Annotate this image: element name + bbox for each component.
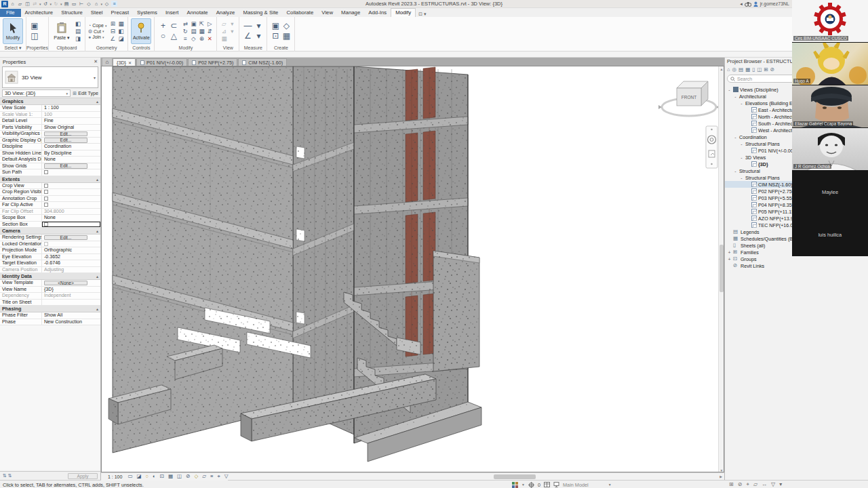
modify-tool-icon[interactable]: ◪ bbox=[117, 35, 125, 43]
browser-edit-icon[interactable]: ◫ bbox=[757, 66, 762, 73]
section-header-camera[interactable]: Camera▴ bbox=[0, 228, 100, 235]
section-box-value[interactable] bbox=[42, 222, 100, 228]
shadows-icon[interactable]: ○ bbox=[146, 473, 149, 480]
redo-icon[interactable]: ↻ bbox=[53, 1, 59, 7]
geometry-cut-button[interactable]: ◍Cut▾ bbox=[88, 28, 106, 34]
aligned-dimension-icon[interactable]: ⊢ bbox=[79, 1, 85, 7]
ribbon-tab-modify[interactable]: Modify bbox=[391, 8, 416, 17]
edit-button[interactable]: <None> bbox=[44, 281, 87, 286]
drag-on-selection-icon[interactable]: ↔ bbox=[762, 481, 767, 488]
unlock-view-icon[interactable]: ◫ bbox=[177, 473, 182, 480]
vertical-scrollbar-thumb[interactable] bbox=[719, 245, 724, 292]
edit-button[interactable]: Edit... bbox=[44, 163, 87, 169]
horizontal-scrollbar-thumb[interactable] bbox=[494, 474, 536, 479]
participant-tile-maylee[interactable]: Maylee bbox=[792, 171, 868, 214]
section-header-graphics[interactable]: Graphics▴ bbox=[0, 98, 100, 105]
section-header-identity-data[interactable]: Identity Data▴ bbox=[0, 273, 100, 280]
properties-sort-icons[interactable]: ⇅⇅ bbox=[3, 473, 14, 479]
browser-expand-icon[interactable]: ⊞ bbox=[764, 66, 768, 73]
ribbon-tab-file[interactable]: File bbox=[0, 9, 21, 17]
qat-caret-icon[interactable]: ▾ bbox=[101, 2, 103, 6]
panel-label-controls[interactable]: Controls bbox=[128, 44, 154, 52]
select-links-icon[interactable]: ⊞ bbox=[729, 481, 734, 488]
modify-tool-icon[interactable]: ▾ bbox=[253, 21, 264, 31]
view-filter-select[interactable]: 3D View: {3D}▾ bbox=[2, 89, 71, 97]
view-tab--3d-[interactable]: {3D}✕ bbox=[113, 58, 136, 66]
ribbon-tab-insert[interactable]: Insert bbox=[161, 9, 183, 17]
modify-tool-icon[interactable]: ◫ bbox=[29, 31, 40, 41]
section-collapse-icon[interactable]: ▴ bbox=[96, 228, 98, 233]
property-checkbox[interactable] bbox=[44, 170, 48, 174]
controls-activate-button[interactable]: Activate bbox=[131, 18, 151, 44]
modify-tool-icon[interactable]: ∠ bbox=[108, 35, 117, 43]
section-header-extents[interactable]: Extents▴ bbox=[0, 176, 100, 183]
qat-caret-icon[interactable]: ▾ bbox=[39, 2, 41, 6]
drawing-area[interactable]: FRONT ▲ ▼ bbox=[101, 66, 724, 472]
open-icon[interactable]: ▱ bbox=[17, 1, 23, 7]
worksharing-display-icon[interactable]: ▽ bbox=[224, 473, 229, 480]
modify-tool-icon[interactable]: ▣ bbox=[270, 21, 281, 31]
select-by-face-icon[interactable]: ▱ bbox=[753, 481, 757, 488]
tree-toggle-icon[interactable]: - bbox=[727, 87, 732, 92]
reveal-hidden-icon[interactable]: ◇ bbox=[194, 473, 198, 480]
sun-settings-icon[interactable]: ◪ bbox=[137, 473, 142, 480]
apply-button[interactable]: Apply bbox=[68, 473, 98, 479]
participant-tile-luis-huillca[interactable]: luis huillca bbox=[792, 214, 868, 256]
panel-label-properties[interactable]: Properties bbox=[26, 44, 48, 52]
properties-close-icon[interactable]: ✕ bbox=[94, 59, 98, 64]
3d-model-view[interactable]: FRONT bbox=[102, 66, 719, 472]
modify-tool-icon[interactable]: ≡ bbox=[181, 35, 189, 43]
section-collapse-icon[interactable]: ▴ bbox=[96, 177, 98, 182]
section-collapse-icon[interactable]: ▴ bbox=[96, 99, 98, 104]
ribbon-tab-architecture[interactable]: Architecture bbox=[21, 9, 58, 17]
section-box-checkbox[interactable] bbox=[44, 222, 48, 226]
worksharing-icon[interactable] bbox=[512, 482, 518, 488]
select-modify-button[interactable]: Modify bbox=[3, 18, 23, 44]
crop-view-icon[interactable]: ⊡ bbox=[160, 473, 164, 480]
property-checkbox[interactable] bbox=[44, 184, 48, 188]
revit-logo-icon[interactable]: R bbox=[1, 1, 8, 7]
sync-icon[interactable]: ⇄ bbox=[32, 1, 38, 7]
tree-item-groups[interactable]: +⊡Groups bbox=[725, 256, 868, 262]
tree-toggle-icon[interactable]: - bbox=[739, 101, 744, 106]
browser-sheets-icon[interactable]: ▯ bbox=[752, 66, 755, 73]
type-selector[interactable]: 3D View ▾ bbox=[2, 66, 98, 88]
view-scale-control[interactable]: 1 : 100 bbox=[108, 474, 122, 479]
selection-count-icon[interactable]: ▾ bbox=[779, 481, 782, 488]
navigation-bar[interactable] bbox=[706, 126, 717, 168]
browser-zoom-icon[interactable]: ◎ bbox=[732, 66, 737, 73]
ribbon-tab-precast[interactable]: Precast bbox=[107, 9, 133, 17]
view-tab-close-icon[interactable]: ✕ bbox=[128, 60, 132, 65]
modify-tool-icon[interactable]: ▾ bbox=[228, 28, 236, 35]
modify-tool-icon[interactable]: ▦ bbox=[197, 28, 205, 35]
property-checkbox[interactable] bbox=[44, 197, 48, 201]
workset-dropdown-caret-icon[interactable]: ▼ bbox=[521, 483, 525, 487]
view-tab-home-icon[interactable]: ⌂ bbox=[102, 58, 112, 66]
vertical-scrollbar[interactable]: ▲ ▼ bbox=[718, 66, 724, 472]
browser-schedules-icon[interactable]: ▦ bbox=[745, 66, 750, 73]
section-header-phasing[interactable]: Phasing▴ bbox=[0, 306, 100, 312]
modify-tool-icon[interactable]: ◇ bbox=[189, 35, 197, 43]
home-icon[interactable]: ⌂ bbox=[9, 1, 16, 7]
modify-tool-icon[interactable]: ▦ bbox=[220, 35, 228, 43]
modify-tool-icon[interactable]: ◨ bbox=[74, 35, 82, 43]
view-tab-p01-niv-0-00-[interactable]: P01 NIV(+/-0.00) bbox=[136, 58, 187, 66]
section-collapse-icon[interactable]: ▴ bbox=[96, 306, 98, 311]
tree-toggle-icon[interactable]: - bbox=[739, 155, 744, 160]
modify-tool-icon[interactable]: ▷ bbox=[205, 20, 214, 28]
modify-tool-icon[interactable]: ◧ bbox=[117, 28, 125, 35]
ribbon-tab-view[interactable]: View bbox=[317, 9, 337, 17]
search-toggle-icon[interactable]: ◂ bbox=[740, 1, 743, 7]
design-options-icon[interactable] bbox=[544, 482, 550, 487]
modify-tool-icon[interactable]: ⊂ bbox=[168, 21, 179, 31]
tree-toggle-icon[interactable]: - bbox=[733, 169, 738, 174]
measure-icon[interactable]: ▭ bbox=[71, 1, 77, 7]
panel-label-create[interactable]: Create bbox=[267, 44, 294, 52]
panel-label-view[interactable]: View bbox=[217, 44, 239, 52]
ribbon-tab-collaborate[interactable]: Collaborate bbox=[282, 9, 317, 17]
viewcube[interactable]: FRONT bbox=[658, 81, 719, 116]
modify-tool-icon[interactable]: ∠ bbox=[242, 31, 253, 41]
design-option-caret-icon[interactable]: ▼ bbox=[608, 483, 612, 487]
tree-toggle-icon[interactable]: - bbox=[739, 176, 744, 180]
panel-label-clipboard[interactable]: Clipboard bbox=[49, 44, 85, 52]
